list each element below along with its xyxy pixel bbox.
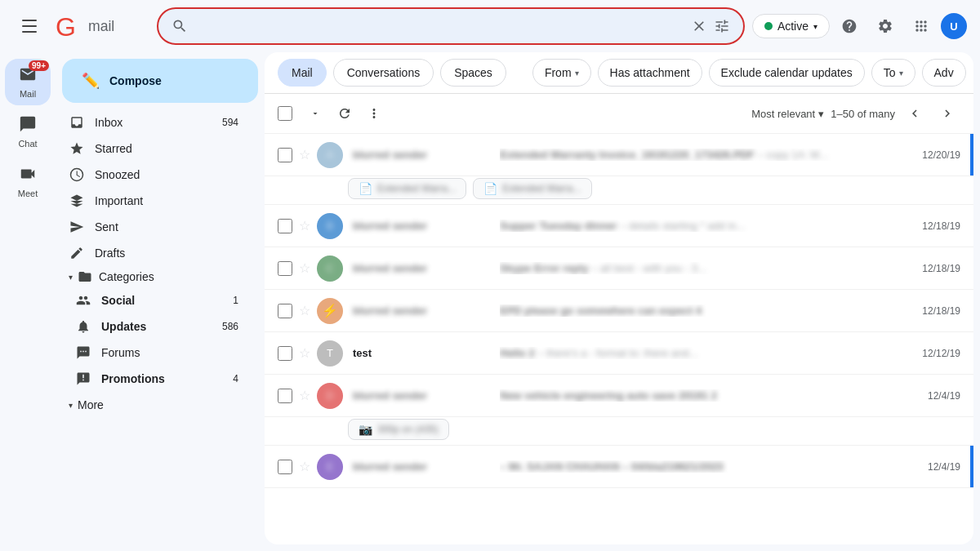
user-avatar[interactable]: U — [941, 13, 967, 39]
sidebar-item-more[interactable]: ▾ More — [56, 392, 252, 418]
chip-exclude-calendar[interactable]: Exclude calendar updates — [709, 59, 865, 87]
topbar-right: Active ▾ U — [752, 10, 967, 42]
next-page-button[interactable] — [934, 100, 960, 127]
sidebar-item-chat[interactable]: Chat — [5, 109, 51, 155]
sidebar-item-mail[interactable]: 99+ Mail — [5, 59, 51, 105]
search-options-button[interactable] — [714, 18, 730, 34]
email-star-icon[interactable]: ☆ — [299, 459, 310, 474]
google-g-logo: G — [52, 10, 85, 42]
active-label: Active — [777, 20, 808, 33]
refresh-button[interactable] — [332, 100, 358, 127]
attachment-row: 📷 300p on (435) — [265, 417, 973, 446]
email-checkbox[interactable] — [278, 346, 292, 361]
email-date: 12/18/19 — [922, 263, 960, 274]
email-subject-preview: Supper Tuesday dinner – details starting… — [500, 220, 915, 232]
sidebar-item-starred[interactable]: Starred — [56, 136, 252, 162]
email-star-icon[interactable]: ☆ — [299, 147, 310, 162]
tab-mail[interactable]: Mail — [278, 59, 327, 87]
select-all-checkbox[interactable] — [278, 106, 292, 121]
tab-conversations[interactable]: Conversations — [333, 59, 434, 87]
email-date: 12/12/19 — [922, 348, 960, 359]
email-subject-preview: – Mr. SAJAN CHAUHAN – 04/bla219621/2023 — [500, 460, 921, 473]
sidebar-item-inbox[interactable]: Inbox 594 — [56, 109, 252, 136]
settings-button[interactable] — [869, 10, 902, 42]
avatar: B — [317, 213, 343, 239]
table-row[interactable]: ☆ T test Hello 2 – there's a - format to… — [265, 332, 973, 375]
select-all-dropdown[interactable] — [302, 100, 328, 127]
table-row[interactable]: ☆ D blurred sender New vehicle engineeri… — [265, 375, 973, 417]
filter-more-button[interactable]: › — [973, 61, 973, 85]
table-row[interactable]: ☆ C blurred sender Skype Error reply – a… — [265, 247, 973, 290]
attachment-chip[interactable]: 📷 300p on (435) — [348, 419, 449, 440]
active-status-button[interactable]: Active ▾ — [752, 14, 830, 38]
sidebar-item-promotions[interactable]: Promotions 4 — [56, 366, 252, 392]
categories-header[interactable]: ▾ Categories — [56, 266, 252, 287]
mail-badge: 99+ — [29, 60, 49, 71]
tab-spaces[interactable]: Spaces — [440, 59, 506, 87]
promotions-label: Promotions — [101, 372, 233, 385]
compose-button[interactable]: ✏️ Compose — [62, 59, 258, 103]
table-row[interactable]: ☆ B blurred sender Supper Tuesday dinner… — [265, 205, 973, 247]
table-row[interactable]: ☆ E blurred sender – Mr. SAJAN CHAUHAN –… — [265, 446, 973, 488]
email-star-icon[interactable]: ☆ — [299, 345, 310, 361]
search-clear-button[interactable] — [691, 18, 707, 34]
sidebar-item-social[interactable]: Social 1 — [56, 287, 252, 313]
filter-bar: Mail Conversations Spaces From ▾ Has att… — [265, 52, 973, 94]
sort-select[interactable]: Most relevant ▾ — [751, 108, 824, 120]
drafts-icon — [69, 245, 85, 261]
attachment-chip[interactable]: 📄 Extended Warra... — [473, 178, 591, 199]
attachment-name: 300p on (435) — [377, 424, 439, 435]
table-row[interactable]: ☆ A blurred sender Extended Warranty Inv… — [265, 134, 973, 176]
avatar: E — [317, 454, 343, 480]
email-checkbox[interactable] — [278, 389, 292, 403]
mail-nav-label: Mail — [20, 89, 36, 99]
sort-arrow-icon: ▾ — [818, 108, 824, 120]
email-checkbox[interactable] — [278, 219, 292, 233]
email-sender: test — [353, 347, 500, 359]
email-checkbox[interactable] — [278, 261, 292, 276]
sidebar-item-important[interactable]: Important — [56, 188, 252, 214]
attachment-icon: 📄 — [359, 182, 372, 195]
categories-chevron-icon: ▾ — [69, 273, 73, 282]
avatar: A — [317, 142, 343, 168]
apps-button[interactable] — [905, 10, 938, 42]
email-checkbox[interactable] — [278, 304, 292, 318]
compose-label: Compose — [109, 74, 162, 87]
more-options-button[interactable] — [361, 100, 387, 127]
help-button[interactable] — [833, 10, 866, 42]
chip-to[interactable]: To ▾ — [871, 59, 915, 87]
chip-has-attachment[interactable]: Has attachment — [598, 59, 702, 87]
sidebar-item-meet[interactable]: Meet — [5, 158, 51, 205]
sidebar-item-snoozed[interactable]: Snoozed — [56, 162, 252, 188]
email-date: 12/4/19 — [928, 461, 960, 473]
email-toolbar: Most relevant ▾ 1–50 of many — [265, 94, 973, 134]
sidebar-item-drafts[interactable]: Drafts — [56, 240, 252, 266]
table-row[interactable]: ☆ ⚡ blurred sender EPD please go somewhe… — [265, 290, 973, 332]
email-sender: blurred sender — [353, 460, 500, 473]
email-star-icon[interactable]: ☆ — [299, 218, 310, 233]
attachment-chip[interactable]: 📄 Extended Warra... — [348, 178, 466, 199]
hamburger-button[interactable] — [13, 10, 46, 42]
email-star-icon[interactable]: ☆ — [299, 388, 310, 403]
attachment-row: 📄 Extended Warra... 📄 Extended Warra... — [265, 176, 973, 205]
chat-icon — [19, 115, 37, 137]
prev-page-button[interactable] — [902, 100, 928, 127]
email-star-icon[interactable]: ☆ — [299, 260, 310, 276]
promotions-icon — [75, 371, 91, 387]
attachment-name: Extended Warra... — [377, 183, 456, 194]
search-icon — [172, 18, 188, 34]
active-chevron-icon: ▾ — [813, 22, 817, 31]
email-subject-preview: Extended Warranty Invoice_19191220_17342… — [500, 149, 915, 161]
chip-from[interactable]: From ▾ — [532, 59, 591, 87]
email-checkbox[interactable] — [278, 460, 292, 474]
search-bar: before: 2020 — [157, 7, 745, 45]
avatar: D — [317, 383, 343, 409]
sidebar-item-forums[interactable]: Forums — [56, 340, 252, 366]
attachment-icon: 📷 — [359, 423, 372, 436]
email-star-icon[interactable]: ☆ — [299, 303, 310, 318]
sidebar-item-sent[interactable]: Sent — [56, 214, 252, 240]
sidebar-item-updates[interactable]: Updates 586 — [56, 313, 252, 340]
email-checkbox[interactable] — [278, 148, 292, 162]
search-input[interactable]: before: 2020 — [188, 19, 691, 33]
chip-advanced[interactable]: Adv — [922, 59, 966, 87]
